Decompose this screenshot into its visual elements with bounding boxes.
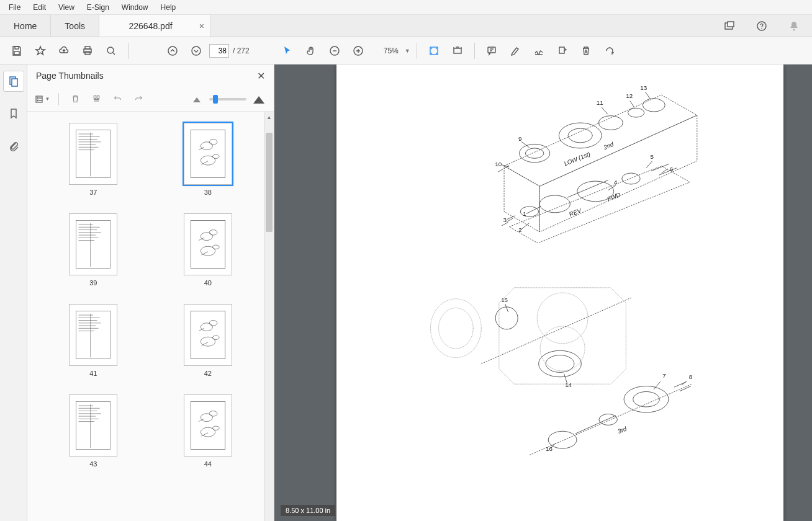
page-up-icon[interactable] [162, 40, 183, 61]
thumbnail-size-slider[interactable] [209, 98, 246, 100]
svg-rect-35 [191, 130, 225, 178]
fit-width-icon[interactable] [447, 40, 468, 61]
svg-text:1: 1 [523, 210, 526, 217]
hand-icon[interactable] [300, 40, 322, 61]
highlight-icon[interactable] [505, 40, 526, 61]
attachment-icon[interactable] [3, 135, 24, 156]
share-icon[interactable] [719, 16, 740, 37]
svg-text:FWD: FWD [606, 191, 621, 203]
menu-view[interactable]: View [52, 1, 81, 14]
svg-text:?: ? [760, 23, 764, 30]
menu-help[interactable]: Help [155, 1, 183, 14]
menu-bar: File Edit View E-Sign Window Help [0, 0, 812, 15]
zoom-large-icon[interactable] [250, 91, 268, 108]
thumbnail-page-41[interactable]: 41 [48, 304, 138, 377]
thumbnail-page-44[interactable]: 44 [163, 394, 253, 468]
delete-thumb-icon[interactable] [66, 91, 84, 108]
stamp-icon[interactable] [552, 40, 573, 61]
comment-icon[interactable] [481, 40, 502, 61]
separator [58, 93, 59, 105]
document-viewport[interactable]: 1 2 3 4 5 6 7 8 9 10 11 12 13 14 15 16 [274, 65, 812, 521]
svg-point-88 [643, 99, 665, 112]
redo-icon[interactable] [130, 91, 147, 108]
svg-text:2nd: 2nd [602, 141, 615, 151]
svg-point-79 [209, 411, 217, 417]
thumbnail-label: 39 [89, 279, 97, 287]
help-icon[interactable]: ? [751, 16, 772, 37]
thumbnail-page-37[interactable]: 37 [48, 123, 138, 196]
svg-point-67 [212, 336, 219, 339]
svg-point-96 [439, 308, 474, 349]
zoom-out-icon[interactable] [324, 40, 345, 61]
thumbnail-page-43[interactable]: 43 [48, 394, 138, 468]
svg-point-12 [192, 47, 201, 55]
page-number-input[interactable] [209, 44, 229, 58]
save-icon[interactable] [6, 40, 27, 61]
svg-point-51 [209, 230, 217, 236]
scroll-up-icon[interactable]: ▴ [264, 112, 274, 122]
chevron-down-icon[interactable]: ▼ [405, 48, 410, 54]
options-icon[interactable]: ▼ [34, 91, 51, 108]
scrollbar-thumb[interactable] [266, 133, 273, 232]
svg-rect-77 [191, 402, 225, 450]
svg-point-83 [525, 148, 543, 158]
svg-point-95 [430, 299, 481, 358]
svg-rect-20 [12, 79, 17, 86]
svg-point-98 [539, 350, 582, 377]
tab-bar: Home Tools 226648.pdf × ? [0, 15, 812, 37]
svg-point-10 [107, 47, 114, 53]
thumbnail-page-39[interactable]: 39 [48, 213, 138, 287]
zoom-small-icon[interactable] [188, 91, 205, 108]
zoom-in-icon[interactable] [348, 40, 369, 61]
sign-icon[interactable] [528, 40, 549, 61]
print-icon[interactable] [77, 40, 98, 61]
svg-point-64 [201, 323, 212, 331]
svg-text:2: 2 [518, 226, 521, 233]
zoom-level-label[interactable]: 75% [381, 45, 401, 56]
svg-rect-26 [76, 130, 111, 178]
close-panel-icon[interactable]: ✕ [257, 70, 265, 82]
svg-text:16: 16 [546, 445, 553, 452]
tab-document[interactable]: 226648.pdf × [99, 15, 211, 37]
rotate-icon[interactable] [599, 40, 620, 61]
tab-home[interactable]: Home [0, 15, 51, 37]
close-icon[interactable]: × [199, 21, 204, 31]
svg-point-99 [546, 355, 574, 373]
svg-text:5: 5 [651, 153, 654, 160]
svg-rect-49 [191, 221, 225, 269]
pointer-icon[interactable] [277, 40, 298, 61]
main-toolbar: / 272 75% ▼ [0, 37, 812, 65]
thumbnail-page-42[interactable]: 42 [163, 304, 253, 377]
svg-point-78 [201, 414, 212, 422]
undo-icon[interactable] [109, 91, 126, 108]
tab-tools[interactable]: Tools [51, 15, 99, 37]
star-icon[interactable] [30, 40, 51, 61]
svg-point-92 [622, 173, 640, 184]
print-thumb-icon[interactable] [88, 91, 105, 108]
svg-rect-68 [76, 402, 111, 450]
thumbnail-page-38[interactable]: 38 [163, 123, 253, 196]
cloud-icon[interactable] [53, 40, 74, 61]
page-down-icon[interactable] [186, 40, 207, 61]
thumbnails-scrollbar[interactable]: ▴ [264, 112, 274, 521]
menu-edit[interactable]: Edit [27, 1, 52, 14]
bell-icon[interactable] [783, 16, 805, 37]
svg-rect-25 [97, 96, 99, 99]
svg-rect-21 [36, 96, 42, 102]
find-icon[interactable] [101, 40, 122, 61]
delete-icon[interactable] [575, 40, 597, 61]
menu-esign[interactable]: E-Sign [81, 1, 115, 14]
svg-point-103 [633, 391, 660, 407]
menu-file[interactable]: File [2, 1, 27, 14]
thumbnails-title: Page Thumbnails [36, 71, 104, 81]
svg-point-82 [520, 144, 550, 162]
thumbnails-icon[interactable] [3, 71, 24, 92]
thumbnails-toolbar: ▼ [27, 87, 274, 112]
fit-page-icon[interactable] [423, 40, 444, 61]
svg-text:15: 15 [501, 296, 508, 303]
bookmark-icon[interactable] [3, 103, 24, 124]
svg-text:13: 13 [640, 84, 647, 91]
menu-window[interactable]: Window [115, 1, 155, 14]
svg-rect-18 [559, 47, 564, 53]
thumbnail-page-40[interactable]: 40 [163, 213, 253, 287]
